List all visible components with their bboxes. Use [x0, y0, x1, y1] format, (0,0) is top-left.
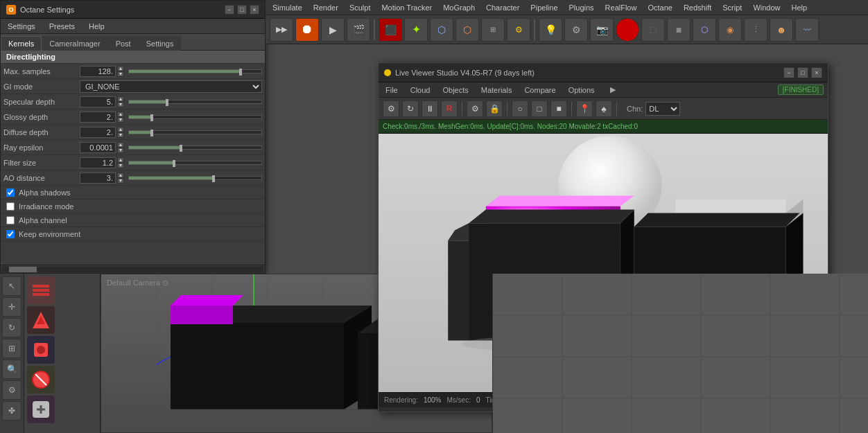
restore-button[interactable]: □ [237, 5, 247, 15]
menu-window[interactable]: Window [750, 2, 783, 13]
input-ray-epsilon[interactable] [80, 142, 116, 153]
toolbar-extra2[interactable]: ◉ [718, 18, 742, 42]
check-alpha-channel[interactable] [6, 216, 15, 224]
lv-tool-sphere[interactable]: ○ [512, 100, 528, 117]
toolbar-anim-btn[interactable]: ▶ [321, 18, 345, 42]
spin-up-epsilon[interactable]: ▲ [117, 142, 124, 148]
spin-up-specular[interactable]: ▲ [117, 96, 124, 102]
lv-menu-cloud[interactable]: Cloud [408, 85, 433, 96]
tab-post[interactable]: Post [108, 36, 139, 51]
icon-item-5[interactable] [27, 396, 55, 423]
lv-tool-gear[interactable]: ⚙ [383, 100, 399, 117]
toolbar-settings2[interactable]: ⚙ [564, 18, 588, 42]
spin-down-filter[interactable]: ▼ [117, 163, 124, 168]
input-glossy-depth[interactable] [80, 112, 116, 123]
lv-tool-pin[interactable]: 📍 [576, 100, 593, 117]
spin-down-ao[interactable]: ▼ [117, 178, 124, 184]
spin-down-specular[interactable]: ▼ [117, 102, 124, 107]
tab-settings[interactable]: Settings [139, 36, 182, 51]
input-max-samples[interactable] [80, 66, 116, 77]
lv-tool-head[interactable]: ♠ [596, 100, 612, 117]
lv-close[interactable]: × [811, 67, 822, 78]
icon-item-1[interactable] [27, 276, 55, 304]
toolbar-obj1[interactable]: ⬛ [379, 18, 402, 42]
toolbar-face[interactable]: ☻ [770, 18, 793, 42]
spin-up-diffuse[interactable]: ▲ [117, 127, 124, 132]
tool-rotate[interactable]: ↻ [2, 318, 21, 337]
lv-tool-refresh[interactable]: ↻ [402, 100, 419, 117]
lv-tool-lock[interactable]: 🔒 [486, 100, 503, 117]
menu-settings[interactable]: Settings [5, 21, 38, 32]
lv-chn-select[interactable]: DL Beauty [645, 102, 680, 116]
toolbar-film[interactable]: 🎬 [347, 18, 370, 42]
slider-max-samples[interactable] [128, 69, 262, 73]
tool-move[interactable]: ✛ [2, 297, 21, 317]
spin-down-epsilon[interactable]: ▼ [117, 148, 124, 153]
slider-filter-size[interactable] [128, 161, 262, 165]
lv-restore[interactable]: □ [797, 67, 808, 78]
toolbar-obj5[interactable]: ⊞ [481, 18, 505, 42]
input-specular-depth[interactable] [80, 96, 116, 107]
slider-specular-depth[interactable] [128, 100, 262, 104]
lv-menu-compare[interactable]: Compare [521, 85, 558, 96]
toolbar-sq1[interactable]: □ [641, 18, 665, 42]
check-irradiance[interactable] [6, 202, 15, 211]
spin-up-filter[interactable]: ▲ [117, 157, 124, 163]
spin-down-diffuse[interactable]: ▼ [117, 132, 124, 138]
menu-simulate[interactable]: Simulate [270, 2, 305, 13]
slider-glossy-depth[interactable] [128, 115, 262, 119]
menu-help-c4d[interactable]: Help [789, 2, 810, 13]
toolbar-wave[interactable]: 〰 [795, 18, 819, 42]
scrollbar-horizontal[interactable] [1, 265, 265, 273]
toolbar-red1[interactable] [616, 18, 639, 42]
menu-plugins[interactable]: Plugins [566, 2, 597, 13]
slider-ao-distance[interactable] [128, 176, 262, 180]
lv-tool-record[interactable]: R [441, 100, 458, 117]
icon-item-2[interactable] [27, 306, 55, 334]
icon-item-4[interactable] [27, 366, 55, 394]
menu-script[interactable]: Script [720, 2, 745, 13]
slider-ray-epsilon[interactable] [128, 145, 262, 150]
menu-help[interactable]: Help [86, 21, 107, 32]
toolbar-obj4[interactable]: ⬡ [455, 18, 479, 42]
minimize-button[interactable]: − [225, 5, 234, 15]
menu-render[interactable]: Render [311, 2, 341, 13]
lv-menu-materials[interactable]: Materials [478, 85, 515, 96]
toolbar-render-prev[interactable]: ▶▶ [270, 18, 293, 42]
toolbar-obj6[interactable]: ⚙ [507, 18, 530, 42]
tool-scale[interactable]: ⊞ [2, 339, 21, 358]
menu-redshift[interactable]: Redshift [681, 2, 714, 13]
lv-tool-sq2[interactable]: ■ [550, 100, 567, 117]
toolbar-obj3[interactable]: ⬡ [430, 18, 453, 42]
lv-menu-options[interactable]: Options [566, 85, 598, 96]
slider-diffuse-depth[interactable] [128, 130, 262, 134]
menu-mograph[interactable]: MoGraph [440, 2, 478, 13]
input-filter-size[interactable] [80, 157, 116, 168]
tool-spline[interactable]: ✤ [2, 401, 21, 421]
menu-character[interactable]: Character [483, 2, 522, 13]
lv-tool-settings[interactable]: ⚙ [467, 100, 483, 117]
input-ao-distance[interactable] [80, 173, 116, 184]
spin-up-ao[interactable]: ▲ [117, 173, 124, 178]
menu-realflow[interactable]: RealFlow [602, 2, 640, 13]
spin-up-glossy[interactable]: ▲ [117, 112, 124, 117]
toolbar-extra1[interactable]: ⬡ [693, 18, 716, 42]
tool-select[interactable]: ↖ [2, 276, 21, 296]
lv-menu-file[interactable]: File [383, 85, 401, 96]
select-gi-mode[interactable]: GI_NONE AMBIENT_OCCLUSION DIFFUSE [80, 80, 262, 93]
tab-kernels[interactable]: Kernels [1, 36, 42, 51]
tab-cameraimager[interactable]: CameraImager [42, 36, 107, 51]
icon-item-3[interactable] [27, 336, 55, 364]
toolbar-tree[interactable]: ⋮ [744, 18, 767, 42]
tool-zoom[interactable]: 🔍 [2, 360, 21, 379]
menu-sculpt[interactable]: Sculpt [347, 2, 374, 13]
toolbar-light[interactable]: 💡 [539, 18, 562, 42]
lv-minimize[interactable]: − [783, 67, 795, 78]
check-keep-env[interactable] [6, 230, 15, 238]
check-alpha-shadows[interactable] [6, 188, 15, 197]
lv-tool-sq1[interactable]: □ [531, 100, 548, 117]
lv-menu-objects[interactable]: Objects [440, 85, 471, 96]
menu-pipeline[interactable]: Pipeline [528, 2, 560, 13]
spin-down-glossy[interactable]: ▼ [117, 117, 124, 123]
toolbar-cam[interactable]: 📷 [590, 18, 614, 42]
